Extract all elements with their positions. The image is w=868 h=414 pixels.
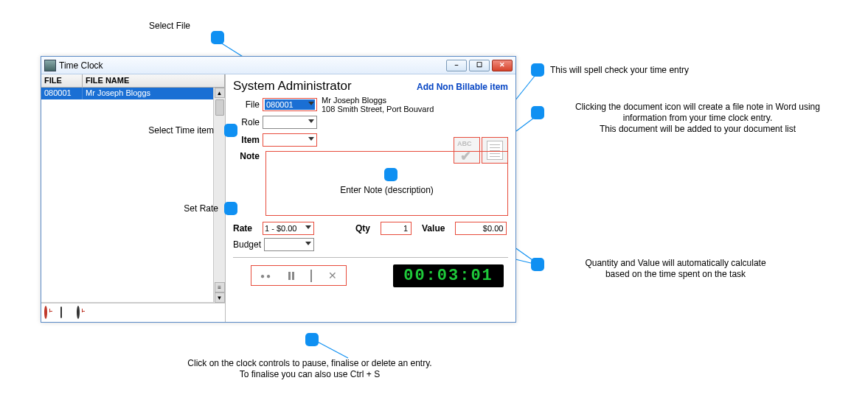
budget-combo[interactable]: [264, 238, 314, 251]
col-file-name[interactable]: FILE NAME: [83, 74, 225, 87]
callout-marker: [384, 168, 397, 181]
close-button[interactable]: ✕: [492, 60, 513, 71]
chevron-down-icon: [305, 242, 311, 245]
maximize-button[interactable]: ☐: [469, 60, 490, 71]
titlebar: Time Clock – ☐ ✕: [41, 57, 515, 74]
note-input[interactable]: Enter Note (description): [265, 151, 508, 216]
callout-marker: [531, 258, 544, 271]
record-button[interactable]: ●●: [260, 272, 272, 280]
value-label: Value: [422, 223, 445, 234]
callout-marker: [224, 202, 237, 215]
value-display: $0.00: [455, 222, 507, 235]
left-toolbar: [41, 303, 225, 322]
timer-display: 00:03:01: [393, 264, 504, 287]
scroll-down-icon[interactable]: ▼: [215, 292, 225, 303]
rate-label: Rate: [233, 223, 252, 234]
divider: [233, 257, 508, 258]
time-clock-window: Time Clock – ☐ ✕ FILE FILE NAME 080001 M…: [41, 56, 516, 323]
file-label: File: [233, 99, 263, 110]
callout-marker: [531, 63, 544, 77]
cell-file: 080001: [41, 88, 83, 99]
table-row[interactable]: 080001 Mr Joseph Bloggs: [41, 88, 225, 99]
qty-label: Qty: [355, 223, 370, 234]
callout-set-rate: Set Rate: [167, 203, 218, 214]
clock-controls: ●● ✕: [251, 265, 347, 286]
col-file[interactable]: FILE: [41, 74, 83, 87]
chevron-down-icon: [308, 137, 314, 141]
callout-spell: This will spell check your time entry: [550, 65, 771, 76]
pause-button[interactable]: [288, 272, 294, 280]
client-info: Mr Joseph Bloggs 108 Smith Street, Port …: [322, 96, 434, 113]
cell-name: Mr Joseph Bloggs: [83, 88, 225, 99]
role-label: Role: [233, 117, 263, 127]
callout-doc: Clicking the document icon will create a…: [550, 102, 845, 135]
file-combo[interactable]: 080001: [263, 98, 317, 111]
settings-icon[interactable]: [60, 307, 72, 319]
grid-body[interactable]: 080001 Mr Joseph Bloggs: [41, 88, 225, 303]
add-non-billable-link[interactable]: Add Non Billable item: [417, 82, 508, 92]
entry-pane: System Administrator Add Non Billable it…: [226, 74, 515, 322]
client-address: 108 Smith Street, Port Bouvard: [322, 105, 434, 113]
file-list-pane: FILE FILE NAME 080001 Mr Joseph Bloggs ▲…: [41, 74, 226, 322]
callout-marker: [305, 333, 319, 346]
scroll-thumb[interactable]: [215, 99, 224, 116]
delete-button[interactable]: ✕: [328, 270, 337, 281]
clock-player: ●● ✕ 00:03:01: [233, 262, 508, 289]
note-label: Note: [233, 150, 263, 161]
window-controls: – ☐ ✕: [446, 60, 513, 71]
window-title: Time Clock: [59, 60, 446, 71]
scroll-handle-icon[interactable]: ≡: [215, 282, 225, 292]
callout-marker: [224, 124, 237, 137]
scrollbar[interactable]: ▲ ≡ ▼: [213, 88, 225, 303]
qty-input[interactable]: 1: [381, 222, 412, 235]
minimize-button[interactable]: –: [446, 60, 467, 71]
callout-controls: Click on the clock controls to pause, fi…: [155, 358, 465, 380]
budget-label: Budget: [233, 239, 261, 250]
callout-select-file: Select File: [133, 21, 206, 32]
note-placeholder: Enter Note (description): [338, 185, 435, 195]
callout-qtyval: Quantity and Value will automatically ca…: [550, 258, 801, 280]
callout-marker: [211, 31, 224, 44]
client-name: Mr Joseph Bloggs: [322, 96, 434, 105]
save-clock-icon[interactable]: [77, 307, 88, 319]
item-combo[interactable]: [263, 133, 317, 147]
stop-button[interactable]: [310, 270, 312, 281]
app-icon: [44, 60, 56, 71]
scroll-up-icon[interactable]: ▲: [215, 88, 225, 98]
role-combo[interactable]: [263, 116, 317, 129]
callout-select-item: Select Time item: [133, 125, 214, 136]
alarm-clock-icon[interactable]: [44, 307, 56, 319]
page-title: System Administrator: [233, 79, 352, 94]
chevron-down-icon: [305, 225, 311, 229]
item-label: Item: [233, 135, 263, 145]
rate-combo[interactable]: 1 - $0.00: [263, 222, 314, 235]
file-value: 080001: [265, 99, 315, 110]
callout-marker: [531, 106, 544, 119]
chevron-down-icon: [308, 119, 314, 123]
grid-header: FILE FILE NAME: [41, 74, 225, 88]
chevron-down-icon: [308, 102, 314, 105]
